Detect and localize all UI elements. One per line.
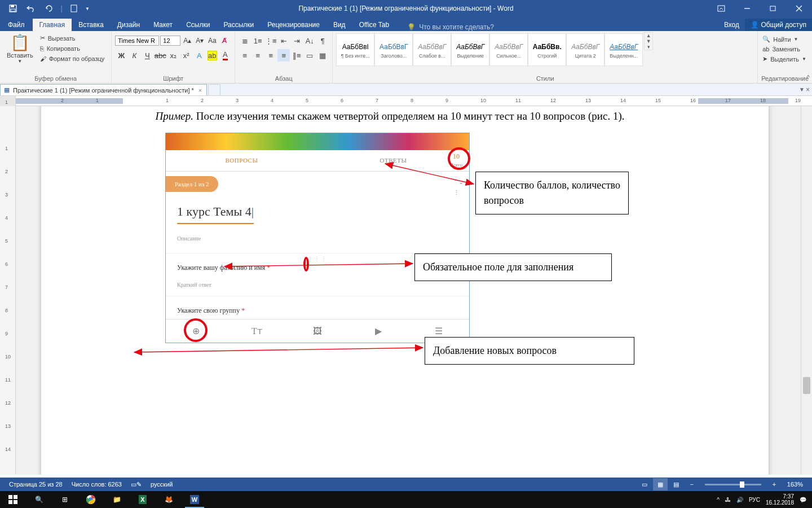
firefox-icon[interactable]: 🦊 (156, 491, 182, 508)
tab-layout[interactable]: Макет (147, 19, 179, 31)
view-web-icon[interactable]: ▤ (669, 478, 683, 491)
style-item[interactable]: АаБбВвI¶ Без инте... (336, 33, 374, 66)
align-left-icon[interactable]: ≡ (239, 49, 251, 62)
close-icon[interactable] (786, 0, 812, 17)
style-item[interactable]: АаБбВвГВыделение (451, 33, 489, 66)
font-color-icon[interactable]: A (219, 49, 231, 62)
qat-dropdown-icon[interactable]: ▼ (83, 1, 91, 16)
font-name-input[interactable] (115, 36, 159, 46)
volume-icon[interactable]: 🔊 (736, 497, 743, 503)
align-center-icon[interactable]: ≡ (251, 49, 264, 62)
redo-icon[interactable] (41, 1, 58, 16)
bold-button[interactable]: Ж (115, 49, 127, 62)
status-language[interactable]: русский (146, 481, 177, 488)
bullets-icon[interactable]: ≣ (239, 34, 251, 47)
superscript-button[interactable]: x² (180, 49, 192, 62)
subscript-button[interactable]: x₂ (167, 49, 179, 62)
replace-button[interactable]: abЗаменить (761, 45, 807, 54)
numbering-icon[interactable]: 1≡ (251, 34, 264, 47)
find-button[interactable]: 🔍Найти ▼ (761, 34, 807, 44)
tab-review[interactable]: Рецензирование (261, 19, 326, 31)
tab-design[interactable]: Дизайн (111, 19, 147, 31)
styles-up-icon[interactable]: ▲ (645, 33, 652, 38)
tab-references[interactable]: Ссылки (179, 19, 217, 31)
tray-up-icon[interactable]: ^ (717, 497, 720, 503)
tab-mailings[interactable]: Рассылки (217, 19, 261, 31)
new-tab-button[interactable] (208, 84, 220, 95)
vertical-ruler[interactable]: 11234567891011121314 (0, 106, 16, 475)
clear-format-icon[interactable]: A̸ (219, 34, 230, 47)
doc-tab-close-icon[interactable]: × (197, 87, 203, 94)
style-item[interactable]: АаБбВвГСлабое в... (413, 33, 451, 66)
italic-button[interactable]: К (128, 49, 140, 62)
dec-indent-icon[interactable]: ⇤ (277, 34, 290, 47)
format-painter-button[interactable]: 🖌Формат по образцу (39, 54, 106, 63)
style-item[interactable]: АаБбВв.Строгий (528, 33, 566, 66)
strike-button[interactable]: abc (154, 49, 166, 62)
tab-insert[interactable]: Вставка (72, 19, 111, 31)
styles-expand-icon[interactable]: ▾ (645, 44, 652, 50)
maximize-icon[interactable] (760, 0, 786, 17)
notifications-icon[interactable]: 💬 (800, 497, 806, 503)
style-item[interactable]: АаБбВвГВыделенн... (604, 33, 643, 66)
minimize-icon[interactable] (734, 0, 760, 17)
horizontal-ruler[interactable]: 2112345678910111213141516171819 (0, 96, 812, 106)
login-link[interactable]: Вход (718, 19, 745, 31)
change-case-icon[interactable]: Aa (206, 34, 218, 47)
explorer-icon[interactable]: 📁 (104, 491, 130, 508)
tab-office[interactable]: Office Tab (352, 19, 396, 31)
font-size-input[interactable] (160, 36, 180, 46)
search-icon[interactable]: 🔍 (26, 491, 52, 508)
task-view-icon[interactable]: ⊞ (52, 491, 78, 508)
ribbon-options-icon[interactable] (708, 0, 734, 17)
file-tab[interactable]: Файл (0, 19, 33, 31)
status-words[interactable]: Число слов: 6263 (67, 481, 126, 488)
tab-home[interactable]: Главная (33, 19, 72, 31)
styles-more[interactable]: ▲ ▼ ▾ (644, 32, 653, 50)
align-justify-icon[interactable]: ≡ (277, 49, 290, 62)
new-doc-icon[interactable] (65, 1, 82, 16)
tab-menu-icon[interactable]: ▼ (799, 86, 805, 93)
document-scroll[interactable]: Пример. После изучения темы скажем четве… (16, 106, 801, 475)
zoom-thumb[interactable] (740, 481, 744, 488)
chrome-icon[interactable] (78, 491, 104, 508)
save-icon[interactable] (5, 1, 21, 16)
zoom-level[interactable]: 163% (783, 481, 807, 488)
network-icon[interactable]: 🖧 (725, 497, 731, 503)
start-button[interactable] (0, 491, 26, 508)
view-read-icon[interactable]: ▭ (637, 478, 652, 491)
highlight-icon[interactable]: ab (206, 49, 218, 62)
grow-font-icon[interactable]: A▴ (182, 34, 193, 47)
copy-button[interactable]: ⎘Копировать (39, 44, 106, 53)
multilevel-icon[interactable]: ⋮≡ (264, 34, 277, 47)
zoom-in-icon[interactable]: + (767, 478, 782, 491)
text-effects-icon[interactable]: A (193, 49, 205, 62)
show-marks-icon[interactable]: ¶ (316, 34, 329, 47)
underline-button[interactable]: Ч (141, 49, 153, 62)
line-spacing-icon[interactable]: ‖≡ (290, 49, 303, 62)
collapse-ribbon-icon[interactable]: ^ (807, 74, 810, 81)
select-button[interactable]: ➤Выделить ▼ (761, 54, 807, 64)
status-page[interactable]: Страница 25 из 28 (5, 481, 67, 488)
style-item[interactable]: АаБбВвГЗаголово... (374, 33, 413, 66)
shading-icon[interactable]: ▭ (303, 49, 316, 62)
sort-icon[interactable]: A↓ (303, 34, 316, 47)
tray-clock[interactable]: 7:37 16.12.2018 (766, 493, 794, 506)
view-print-icon[interactable]: ▦ (653, 478, 668, 491)
tab-view[interactable]: Вид (326, 19, 352, 31)
excel-icon[interactable]: X (130, 491, 156, 508)
ime-indicator[interactable]: РУС (749, 497, 760, 503)
status-proofing-icon[interactable]: ▭✎ (126, 481, 146, 488)
style-item[interactable]: АаБбВвГЦитата 2 (566, 33, 604, 66)
tell-me-search[interactable]: 💡 Что вы хотите сделать? (407, 23, 494, 31)
doc-tab[interactable]: ▦ Практические 1 (1) [Режим ограниченной… (0, 84, 207, 95)
borders-icon[interactable]: ▦ (316, 49, 329, 62)
share-button[interactable]: 👤 Общий доступ (745, 19, 812, 31)
cut-button[interactable]: ✂Вырезать (39, 33, 106, 43)
scrollbar-thumb[interactable] (803, 377, 810, 394)
zoom-slider[interactable] (705, 484, 761, 485)
styles-down-icon[interactable]: ▼ (645, 38, 652, 44)
zoom-out-icon[interactable]: − (685, 478, 699, 491)
style-item[interactable]: АаБбВвГСильное... (489, 33, 528, 66)
shrink-font-icon[interactable]: A▾ (194, 34, 205, 47)
